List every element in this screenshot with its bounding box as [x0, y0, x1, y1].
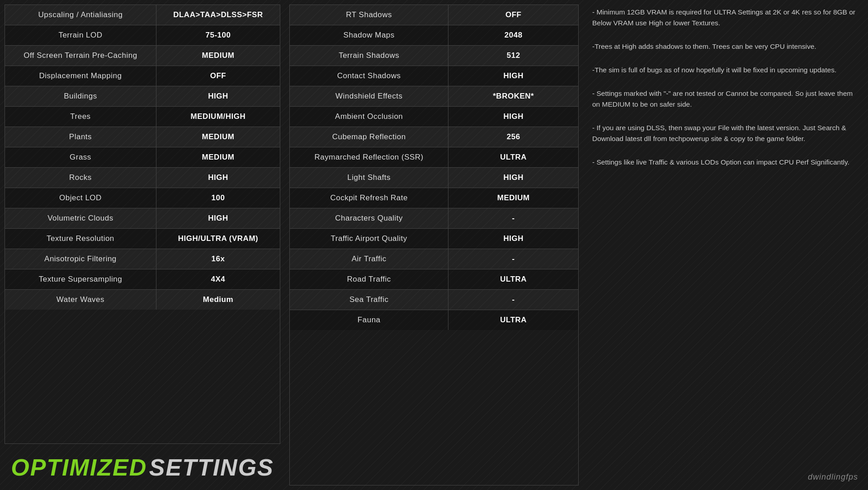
- left-table-container: Upscaling / Antialiasing DLAA>TAA>DLSS>F…: [5, 5, 280, 444]
- left-setting-name: Rocks: [5, 168, 156, 188]
- left-setting-name: Off Screen Terrain Pre-Caching: [5, 46, 156, 66]
- right-table-row: Windshield Effects *BROKEN*: [290, 86, 578, 107]
- left-table-row: Water Waves Medium: [5, 290, 280, 310]
- right-table-row: RT Shadows OFF: [290, 5, 578, 25]
- left-setting-name: Texture Resolution: [5, 229, 156, 249]
- left-table-row: Object LOD 100: [5, 188, 280, 208]
- watermark: dwindlingfps: [808, 472, 858, 482]
- right-setting-name: Traffic Airport Quality: [290, 229, 448, 249]
- left-table-row: Rocks HIGH: [5, 168, 280, 188]
- right-setting-name: Cubemap Reflection: [290, 127, 448, 147]
- left-panel: Upscaling / Antialiasing DLAA>TAA>DLSS>F…: [0, 0, 285, 490]
- right-setting-value: -: [448, 290, 578, 310]
- right-setting-value: ULTRA: [448, 269, 578, 290]
- left-setting-name: Plants: [5, 127, 156, 147]
- left-table-row: Grass MEDIUM: [5, 147, 280, 168]
- right-table-row: Road Traffic ULTRA: [290, 269, 578, 290]
- right-setting-value: -: [448, 208, 578, 229]
- left-table-row: Upscaling / Antialiasing DLAA>TAA>DLSS>F…: [5, 5, 280, 25]
- note-item-5: - Settings like live Traffic & various L…: [592, 157, 859, 168]
- right-setting-value: HIGH: [448, 229, 578, 249]
- right-table-row: Shadow Maps 2048: [290, 25, 578, 46]
- left-setting-name: Upscaling / Antialiasing: [5, 5, 156, 25]
- left-setting-value: HIGH/ULTRA (VRAM): [156, 229, 280, 249]
- left-setting-name: Texture Supersampling: [5, 269, 156, 290]
- left-setting-value: MEDIUM/HIGH: [156, 107, 280, 127]
- left-setting-value: 75-100: [156, 25, 280, 46]
- left-settings-table: Upscaling / Antialiasing DLAA>TAA>DLSS>F…: [5, 5, 280, 310]
- left-setting-value: 4X4: [156, 269, 280, 290]
- left-table-row: Plants MEDIUM: [5, 127, 280, 147]
- right-table-row: Air Traffic -: [290, 249, 578, 269]
- note-item-4: - If you are using DLSS, then swap your …: [592, 122, 859, 144]
- left-setting-value: OFF: [156, 66, 280, 86]
- right-setting-name: Raymarched Reflection (SSR): [290, 147, 448, 168]
- title-row: OPTIMIZED SETTINGS: [5, 449, 280, 485]
- right-table-row: Terrain Shadows 512: [290, 46, 578, 66]
- right-setting-value: HIGH: [448, 66, 578, 86]
- notes-panel: - Minimum 12GB VRAM is required for ULTR…: [583, 0, 868, 174]
- left-table-row: Terrain LOD 75-100: [5, 25, 280, 46]
- left-setting-name: Object LOD: [5, 188, 156, 208]
- left-setting-name: Trees: [5, 107, 156, 127]
- left-setting-value: 100: [156, 188, 280, 208]
- right-setting-name: Sea Traffic: [290, 290, 448, 310]
- right-table-row: Sea Traffic -: [290, 290, 578, 310]
- right-setting-name: RT Shadows: [290, 5, 448, 25]
- right-table-row: Traffic Airport Quality HIGH: [290, 229, 578, 249]
- right-setting-name: Cockpit Refresh Rate: [290, 188, 448, 208]
- right-setting-value: HIGH: [448, 107, 578, 127]
- right-setting-name: Road Traffic: [290, 269, 448, 290]
- title-optimized: OPTIMIZED: [11, 454, 147, 481]
- right-setting-name: Contact Shadows: [290, 66, 448, 86]
- right-setting-value: 512: [448, 46, 578, 66]
- left-setting-name: Anisotropic Filtering: [5, 249, 156, 269]
- right-table-row: Fauna ULTRA: [290, 310, 578, 330]
- note-item-0: - Minimum 12GB VRAM is required for ULTR…: [592, 7, 859, 28]
- left-setting-name: Buildings: [5, 86, 156, 107]
- right-setting-value: -: [448, 249, 578, 269]
- right-setting-name: Fauna: [290, 310, 448, 330]
- right-setting-value: ULTRA: [448, 147, 578, 168]
- right-table-row: Cubemap Reflection 256: [290, 127, 578, 147]
- right-setting-name: Terrain Shadows: [290, 46, 448, 66]
- left-table-row: Texture Supersampling 4X4: [5, 269, 280, 290]
- left-table-row: Anisotropic Filtering 16x: [5, 249, 280, 269]
- note-item-1: -Trees at High adds shadows to them. Tre…: [592, 41, 859, 52]
- right-table-row: Cockpit Refresh Rate MEDIUM: [290, 188, 578, 208]
- right-setting-value: *BROKEN*: [448, 86, 578, 107]
- right-setting-value: HIGH: [448, 168, 578, 188]
- right-setting-name: Characters Quality: [290, 208, 448, 229]
- left-setting-value: MEDIUM: [156, 127, 280, 147]
- left-setting-value: 16x: [156, 249, 280, 269]
- left-setting-name: Volumetric Clouds: [5, 208, 156, 229]
- left-setting-value: MEDIUM: [156, 147, 280, 168]
- right-setting-name: Windshield Effects: [290, 86, 448, 107]
- note-item-3: - Settings marked with "-" are not teste…: [592, 88, 859, 110]
- right-table-row: Ambient Occlusion HIGH: [290, 107, 578, 127]
- left-setting-value: HIGH: [156, 86, 280, 107]
- left-setting-value: Medium: [156, 290, 280, 310]
- note-item-2: -The sim is full of bugs as of now hopef…: [592, 65, 859, 75]
- left-table-row: Off Screen Terrain Pre-Caching MEDIUM: [5, 46, 280, 66]
- left-setting-name: Displacement Mapping: [5, 66, 156, 86]
- right-table-row: Light Shafts HIGH: [290, 168, 578, 188]
- right-table-row: Raymarched Reflection (SSR) ULTRA: [290, 147, 578, 168]
- right-setting-name: Ambient Occlusion: [290, 107, 448, 127]
- right-panel: RT Shadows OFF Shadow Maps 2048 Terrain …: [285, 0, 583, 490]
- left-table-row: Texture Resolution HIGH/ULTRA (VRAM): [5, 229, 280, 249]
- left-setting-value: HIGH: [156, 208, 280, 229]
- right-setting-value: 2048: [448, 25, 578, 46]
- left-setting-name: Grass: [5, 147, 156, 168]
- left-setting-value: MEDIUM: [156, 46, 280, 66]
- left-setting-value: HIGH: [156, 168, 280, 188]
- right-setting-name: Shadow Maps: [290, 25, 448, 46]
- left-setting-value: DLAA>TAA>DLSS>FSR: [156, 5, 280, 25]
- right-settings-table: RT Shadows OFF Shadow Maps 2048 Terrain …: [290, 5, 578, 330]
- right-setting-value: 256: [448, 127, 578, 147]
- right-table-container: RT Shadows OFF Shadow Maps 2048 Terrain …: [289, 5, 579, 485]
- left-setting-name: Water Waves: [5, 290, 156, 310]
- right-setting-value: OFF: [448, 5, 578, 25]
- right-setting-value: MEDIUM: [448, 188, 578, 208]
- title-settings: SETTINGS: [149, 454, 274, 481]
